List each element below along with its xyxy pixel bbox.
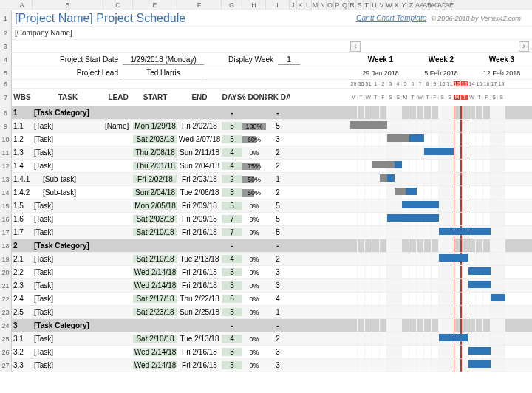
start-date-cell[interactable]: Wed 2/14/18 [133, 281, 177, 290]
percent-done-cell[interactable]: 0% [242, 216, 266, 223]
percent-done-cell[interactable]: 0% [242, 149, 266, 157]
row-number[interactable]: 10 [0, 133, 12, 146]
end-date-cell[interactable]: Tue 2/06/18 [177, 188, 222, 196]
workdays-cell[interactable]: - [266, 109, 290, 117]
row-number[interactable]: 14 [0, 186, 12, 199]
task-name-cell[interactable]: [Task] [33, 348, 103, 356]
col-letter[interactable]: Q [341, 0, 349, 10]
percent-done-cell[interactable]: 75% [242, 163, 266, 170]
task-name-cell[interactable]: [Task] [33, 228, 103, 236]
row-number[interactable]: 23 [0, 306, 12, 319]
row-number[interactable]: 21 [0, 279, 12, 293]
days-cell[interactable]: 4 [222, 148, 242, 157]
wbs-cell[interactable]: 2.2 [12, 268, 33, 276]
days-cell[interactable]: 4 [222, 162, 242, 170]
end-date-cell[interactable]: Fri 2/09/18 [177, 215, 222, 223]
days-cell[interactable]: 3 [222, 268, 242, 276]
col-letter[interactable]: P [334, 0, 341, 10]
wbs-cell[interactable]: 1.3 [12, 148, 33, 157]
end-date-cell[interactable]: Fri 2/09/18 [177, 202, 222, 210]
col-letter[interactable]: C [103, 0, 133, 10]
col-letter[interactable]: Y [400, 0, 408, 10]
days-cell[interactable]: 5 [222, 135, 242, 143]
task-name-cell[interactable]: [Task] [33, 148, 103, 157]
end-date-cell[interactable]: Fri 2/02/18 [177, 122, 222, 130]
wbs-cell[interactable]: 2.1 [12, 255, 33, 263]
col-letter[interactable]: W [386, 0, 393, 10]
start-date-cell[interactable]: Sat 2/10/18 [133, 255, 177, 263]
task-name-cell[interactable]: [Task] [33, 308, 103, 316]
wbs-cell[interactable]: 1.6 [12, 215, 33, 223]
workdays-cell[interactable]: - [266, 242, 290, 250]
task-name-cell[interactable]: [Task] [33, 335, 103, 343]
percent-done-cell[interactable]: 0% [242, 295, 266, 303]
percent-done-cell[interactable]: 50% [242, 176, 266, 183]
col-letter[interactable]: V [378, 0, 386, 10]
end-date-cell[interactable]: Tue 2/13/18 [177, 255, 222, 263]
col-letter[interactable]: AA [415, 0, 423, 10]
row-number[interactable]: 15 [0, 199, 12, 213]
start-date-cell[interactable]: Sat 2/03/18 [133, 135, 177, 143]
start-date-cell[interactable]: Wed 2/14/18 [133, 268, 177, 276]
start-date-cell[interactable]: Sun 2/04/18 [133, 188, 177, 196]
task-name-cell[interactable]: [Task] [33, 295, 103, 303]
percent-done-cell[interactable]: 0% [242, 362, 266, 369]
task-name-cell[interactable]: [Task] [33, 361, 103, 369]
prev-week-button[interactable]: ‹ [350, 41, 361, 52]
wbs-cell[interactable]: 2 [12, 242, 33, 250]
workdays-cell[interactable]: 4 [266, 295, 290, 303]
task-name-cell[interactable]: [Task Category] [33, 109, 103, 117]
percent-done-cell[interactable]: 0% [242, 349, 266, 356]
col-letter[interactable]: AE [445, 0, 452, 10]
days-cell[interactable]: 3 [222, 348, 242, 356]
start-date-cell[interactable]: Sat 2/23/18 [133, 308, 177, 316]
percent-done-cell[interactable]: 50% [242, 189, 266, 196]
wbs-cell[interactable]: 3.1 [12, 335, 33, 343]
wbs-cell[interactable]: 1.4.1 [12, 175, 33, 183]
days-cell[interactable]: 3 [222, 188, 242, 196]
col-letter[interactable]: AC [430, 0, 437, 10]
wbs-cell[interactable]: 2.3 [12, 281, 33, 290]
company-name[interactable]: [Company Name] [12, 29, 72, 37]
row-number[interactable]: 24 [0, 319, 12, 332]
days-cell[interactable]: - [222, 321, 242, 329]
percent-done-cell[interactable]: 0% [242, 256, 266, 263]
wbs-cell[interactable]: 3.3 [12, 361, 33, 369]
end-date-cell[interactable]: Tue 2/13/18 [177, 335, 222, 343]
start-date-cell[interactable]: Wed 2/14/18 [133, 361, 177, 369]
row-number[interactable]: 3 [0, 40, 12, 53]
lead-cell[interactable]: [Name] [103, 122, 133, 130]
workdays-cell[interactable]: 3 [266, 135, 290, 143]
end-date-cell[interactable]: Thu 2/22/18 [177, 295, 222, 303]
row-number[interactable]: 7 [0, 89, 12, 106]
project-lead-value[interactable]: Ted Harris [123, 68, 204, 78]
start-date-cell[interactable]: Fri 2/02/18 [133, 175, 177, 183]
template-link[interactable]: Gantt Chart Template [356, 14, 426, 22]
end-date-cell[interactable]: Sun 2/11/18 [177, 148, 222, 157]
workdays-cell[interactable]: 3 [266, 348, 290, 356]
days-cell[interactable]: 2 [222, 175, 242, 183]
col-letter[interactable]: G [222, 0, 242, 10]
workdays-cell[interactable]: 2 [266, 335, 290, 343]
row-number[interactable]: 5 [0, 66, 12, 80]
end-date-cell[interactable]: Fri 2/16/18 [177, 361, 222, 369]
wbs-cell[interactable]: 1 [12, 109, 33, 117]
end-date-cell[interactable]: Fri 2/03/18 [177, 175, 222, 183]
wbs-cell[interactable]: 1.5 [12, 202, 33, 210]
col-letter[interactable]: AB [423, 0, 430, 10]
display-week-value[interactable]: 1 [278, 55, 300, 65]
row-number[interactable]: 13 [0, 173, 12, 186]
col-letter[interactable]: Z [408, 0, 415, 10]
row-number[interactable]: 4 [0, 53, 12, 66]
workdays-cell[interactable]: 5 [266, 202, 290, 210]
task-name-cell[interactable]: [Task] [33, 162, 103, 170]
days-cell[interactable]: 3 [222, 281, 242, 290]
col-letter[interactable]: N [319, 0, 327, 10]
percent-done-cell[interactable]: 0% [242, 309, 266, 316]
workdays-cell[interactable]: 1 [266, 175, 290, 183]
col-letter[interactable]: A [12, 0, 33, 10]
days-cell[interactable]: - [222, 109, 242, 117]
task-name-cell[interactable]: [Sub-task] [33, 175, 103, 183]
col-letter[interactable]: E [133, 0, 177, 10]
row-number[interactable]: 2 [0, 27, 12, 40]
